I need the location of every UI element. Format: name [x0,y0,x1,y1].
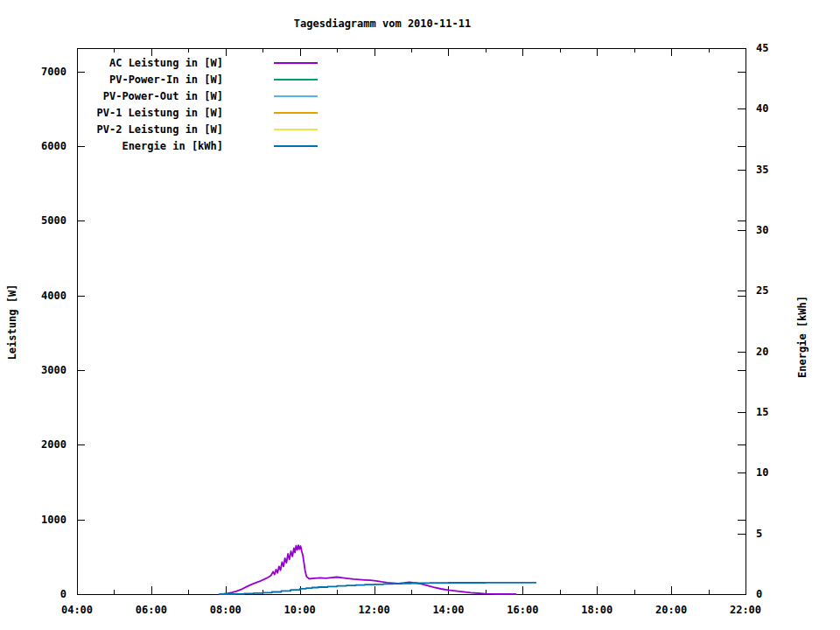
x-tick-label: 22:00 [730,604,761,616]
y2-tick-label: 0 [756,588,762,600]
y2-tick-label: 15 [756,406,768,418]
y2-tick-label: 5 [756,528,762,540]
series-line [220,545,516,594]
y-tick-label: 6000 [41,140,66,152]
plot-area: 04:0006:0008:0010:0012:0014:0016:0018:00… [0,0,840,630]
x-tick-label: 12:00 [358,604,389,616]
chart-canvas: Tagesdiagramm vom 2010-11-11 Leistung [W… [0,0,840,630]
x-tick-label: 18:00 [581,604,612,616]
y2-tick-label: 30 [756,224,768,236]
x-tick-label: 10:00 [284,604,316,616]
y2-tick-label: 20 [756,346,768,358]
y2-tick-label: 25 [756,284,768,297]
y-tick-label: 3000 [41,364,66,376]
y-tick-label: 0 [60,588,66,600]
x-tick-label: 04:00 [61,604,93,616]
y-tick-label: 4000 [41,290,66,302]
series-line [220,583,536,594]
y2-tick-label: 40 [756,102,768,115]
x-tick-label: 16:00 [507,604,538,616]
plot-border [78,49,746,595]
y2-tick-label: 35 [756,164,768,176]
y-tick-label: 2000 [41,438,66,451]
y-tick-label: 1000 [41,514,66,526]
x-tick-label: 20:00 [655,604,687,616]
y-tick-label: 5000 [41,214,66,227]
x-tick-label: 14:00 [432,604,464,616]
x-tick-label: 06:00 [136,604,167,616]
y-tick-label: 7000 [41,66,66,78]
y2-tick-label: 10 [756,466,768,479]
y2-tick-label: 45 [756,42,768,54]
x-tick-label: 08:00 [210,604,242,616]
